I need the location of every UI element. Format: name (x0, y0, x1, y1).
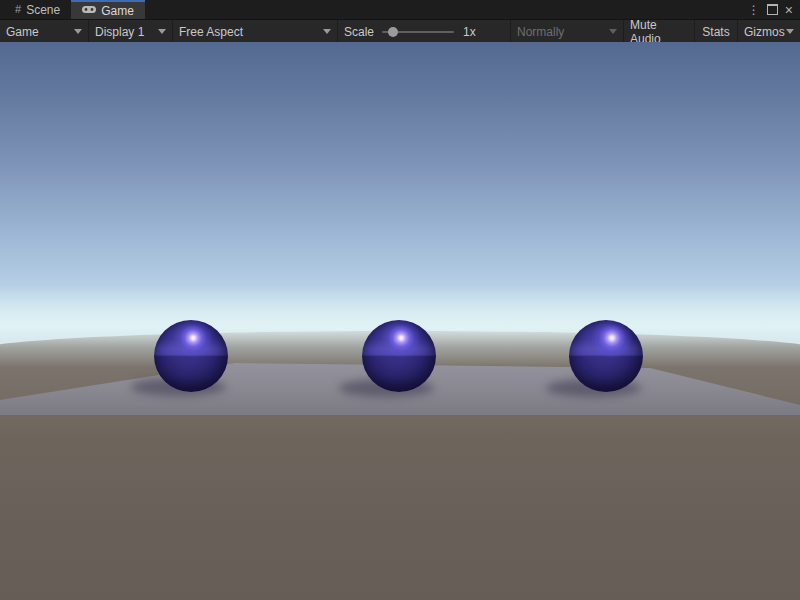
gizmos-label: Gizmos (744, 25, 785, 39)
aspect-ratio-label: Free Aspect (179, 25, 243, 39)
view-popup-label: Game (6, 25, 39, 39)
mute-audio-button[interactable]: Mute Audio (624, 20, 695, 43)
maximize-icon[interactable] (767, 4, 778, 15)
gamepad-icon (82, 5, 96, 16)
scale-value: 1x (463, 25, 476, 39)
sphere-1 (154, 320, 228, 392)
game-viewport[interactable] (0, 42, 800, 600)
chevron-down-icon (158, 29, 166, 34)
scale-control: Scale 1x (338, 20, 510, 43)
kebab-menu-icon[interactable]: ⋮ (748, 4, 760, 16)
scale-slider[interactable] (382, 31, 454, 33)
tab-scene-label: Scene (26, 3, 60, 17)
display-popup[interactable]: Display 1 (89, 20, 173, 43)
tab-scene[interactable]: # Scene (4, 0, 71, 19)
stats-button[interactable]: Stats (695, 20, 738, 43)
grid-icon: # (15, 4, 21, 15)
aspect-ratio-popup[interactable]: Free Aspect (173, 20, 338, 43)
chevron-down-icon (786, 29, 794, 34)
tab-game-label: Game (101, 4, 134, 18)
sphere-3 (569, 320, 643, 392)
scale-label: Scale (344, 25, 374, 39)
view-popup[interactable]: Game (0, 20, 89, 43)
window-controls: ⋮ × (748, 0, 800, 19)
stats-label: Stats (702, 25, 729, 39)
display-popup-label: Display 1 (95, 25, 144, 39)
chevron-down-icon (74, 29, 82, 34)
sphere-2 (362, 320, 436, 392)
chevron-down-icon (609, 29, 617, 34)
close-icon[interactable]: × (785, 3, 793, 17)
scale-slider-knob[interactable] (388, 27, 398, 37)
play-mode-popup: Normally (510, 20, 624, 43)
play-mode-label: Normally (517, 25, 564, 39)
game-view-toolbar: Game Display 1 Free Aspect Scale 1x Norm… (0, 20, 800, 43)
chevron-down-icon (323, 29, 331, 34)
unity-game-window: # Scene Game ⋮ × Game Display 1 Free Asp… (0, 0, 800, 600)
gizmos-popup[interactable]: Gizmos (738, 20, 800, 43)
tab-game[interactable]: Game (71, 0, 145, 19)
